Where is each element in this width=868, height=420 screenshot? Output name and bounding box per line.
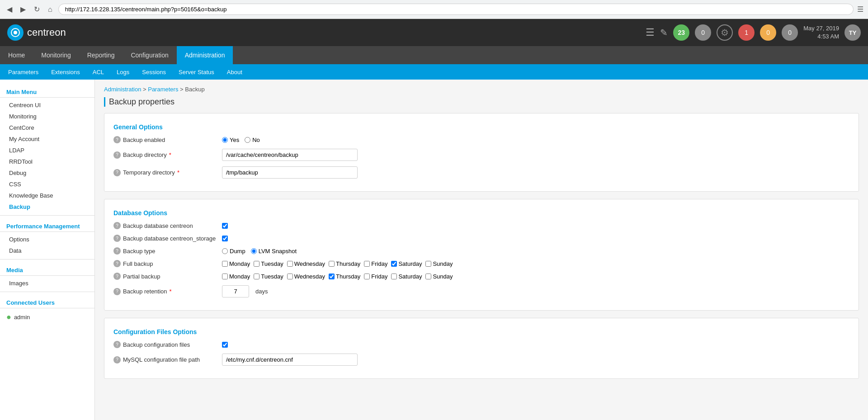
content-area: Main Menu Centreon UI Monitoring CentCor… — [0, 80, 868, 420]
help-icon-full-backup[interactable]: ? — [113, 260, 121, 267]
help-icon-retention[interactable]: ? — [113, 288, 121, 295]
performance-management-title: Performance Management — [0, 218, 94, 232]
help-icon-backup-dir[interactable]: ? — [113, 151, 121, 159]
subnav-sessions[interactable]: Sessions — [136, 64, 172, 80]
partial-sunday[interactable]: Sunday — [425, 273, 453, 280]
help-icon-db-storage[interactable]: ? — [113, 235, 121, 242]
nav-configuration[interactable]: Configuration — [123, 46, 176, 64]
full-saturday[interactable]: Saturday — [391, 260, 422, 267]
header-icon-list[interactable]: ☰ — [646, 27, 655, 38]
avatar[interactable]: TY — [844, 24, 861, 41]
backup-enabled-no-radio[interactable] — [245, 137, 250, 143]
logo-icon — [7, 24, 24, 41]
backup-dir-input[interactable] — [222, 149, 358, 161]
required-star-dir: * — [169, 151, 171, 158]
subnav-server-status[interactable]: Server Status — [172, 64, 221, 80]
connected-user-label: admin — [14, 314, 30, 321]
help-icon-partial-backup[interactable]: ? — [113, 273, 121, 280]
sidebar-item-css[interactable]: CSS — [0, 179, 94, 190]
backup-enabled-label: ? Backup enabled — [113, 136, 217, 143]
backup-db-storage-checkbox[interactable] — [222, 236, 228, 241]
sidebar-item-debug[interactable]: Debug — [0, 167, 94, 179]
backup-retention-input[interactable] — [222, 285, 249, 297]
help-icon-config-files[interactable]: ? — [113, 341, 121, 348]
breadcrumb-parameters[interactable]: Parameters — [148, 86, 178, 93]
page-title: Backup properties — [104, 97, 859, 107]
nav-home[interactable]: Home — [0, 46, 33, 64]
full-sunday[interactable]: Sunday — [425, 260, 453, 267]
help-icon-mysql-config[interactable]: ? — [113, 356, 121, 363]
url-bar[interactable] — [58, 4, 854, 15]
home-button[interactable]: ⌂ — [46, 5, 55, 14]
nav-administration[interactable]: Administration — [177, 46, 233, 64]
sidebar-item-centcore[interactable]: CentCore — [0, 122, 94, 133]
sidebar-item-backup[interactable]: Backup — [0, 201, 94, 212]
partial-tuesday[interactable]: Tuesday — [254, 273, 283, 280]
badge-green[interactable]: 23 — [673, 24, 689, 41]
backup-config-files-checkbox[interactable] — [222, 342, 228, 348]
browser-menu[interactable]: ☰ — [857, 5, 863, 14]
breadcrumb-admin[interactable]: Administration — [104, 86, 141, 93]
backup-type-lvm-radio[interactable] — [251, 248, 257, 254]
sidebar-item-ldap[interactable]: LDAP — [0, 145, 94, 156]
backup-enabled-yes[interactable]: Yes — [222, 137, 239, 143]
sidebar-item-my-account[interactable]: My Account — [0, 133, 94, 145]
badge-gray-0[interactable]: 0 — [695, 24, 711, 41]
sidebar-item-monitoring[interactable]: Monitoring — [0, 111, 94, 122]
help-icon-db-centreon[interactable]: ? — [113, 222, 121, 229]
forward-button[interactable]: ▶ — [18, 4, 28, 14]
connected-users-title: Connected Users — [0, 295, 94, 308]
full-friday[interactable]: Friday — [364, 260, 387, 267]
badge-outline[interactable]: ⚙ — [717, 24, 733, 41]
full-backup-row: ? Full backup Monday Tuesday Wednesday T… — [113, 260, 849, 267]
subnav-parameters[interactable]: Parameters — [2, 64, 45, 80]
backup-enabled-no[interactable]: No — [245, 137, 260, 143]
browser-actions: ☰ — [857, 5, 863, 14]
backup-enabled-radio-group: Yes No — [222, 137, 260, 143]
sidebar-item-options[interactable]: Options — [0, 234, 94, 245]
backup-type-label: ? Backup type — [113, 247, 217, 255]
sidebar-item-centreon-ui[interactable]: Centreon UI — [0, 99, 94, 111]
full-tuesday[interactable]: Tuesday — [254, 260, 283, 267]
backup-retention-row: ? Backup retention * days — [113, 285, 849, 297]
general-options-title: General Options — [113, 123, 849, 131]
badge-red[interactable]: 1 — [738, 24, 755, 41]
backup-retention-label: ? Backup retention * — [113, 288, 217, 295]
nav-reporting[interactable]: Reporting — [79, 46, 123, 64]
subnav-acl[interactable]: ACL — [86, 64, 110, 80]
backup-enabled-yes-radio[interactable] — [222, 137, 228, 143]
backup-type-dump[interactable]: Dump — [222, 248, 245, 255]
back-button[interactable]: ◀ — [5, 4, 14, 14]
temp-dir-input[interactable] — [222, 166, 358, 179]
backup-type-dump-radio[interactable] — [222, 248, 228, 254]
full-wednesday[interactable]: Wednesday — [287, 260, 325, 267]
subnav-extensions[interactable]: Extensions — [45, 64, 86, 80]
partial-saturday[interactable]: Saturday — [391, 273, 422, 280]
header-datetime: May 27, 2019 4:53 AM — [803, 24, 839, 41]
temp-dir-row: ? Temporary directory * — [113, 166, 849, 179]
sidebar-item-knowledge-base[interactable]: Knowledge Base — [0, 190, 94, 201]
partial-friday[interactable]: Friday — [364, 273, 387, 280]
badge-orange[interactable]: 0 — [760, 24, 776, 41]
config-files-section: Configuration Files Options ? Backup con… — [104, 318, 859, 379]
subnav-about[interactable]: About — [221, 64, 249, 80]
sidebar-item-rrdtool[interactable]: RRDTool — [0, 156, 94, 167]
backup-db-centreon-checkbox[interactable] — [222, 223, 228, 229]
badge-gray-1[interactable]: 0 — [782, 24, 798, 41]
help-icon-backup-enabled[interactable]: ? — [113, 136, 121, 143]
backup-type-lvm[interactable]: LVM Snapshot — [251, 248, 297, 255]
partial-wednesday[interactable]: Wednesday — [287, 273, 325, 280]
nav-monitoring[interactable]: Monitoring — [33, 46, 79, 64]
sidebar-item-data[interactable]: Data — [0, 245, 94, 256]
full-thursday[interactable]: Thursday — [329, 260, 360, 267]
help-icon-temp-dir[interactable]: ? — [113, 169, 121, 176]
sidebar-item-images[interactable]: Images — [0, 278, 94, 289]
help-icon-backup-type[interactable]: ? — [113, 247, 121, 255]
partial-thursday[interactable]: Thursday — [329, 273, 360, 280]
full-monday[interactable]: Monday — [222, 260, 250, 267]
partial-monday[interactable]: Monday — [222, 273, 250, 280]
reload-button[interactable]: ↻ — [32, 4, 42, 14]
header-icon-edit[interactable]: ✎ — [660, 27, 668, 38]
subnav-logs[interactable]: Logs — [110, 64, 136, 80]
mysql-config-path-input[interactable] — [222, 354, 358, 366]
